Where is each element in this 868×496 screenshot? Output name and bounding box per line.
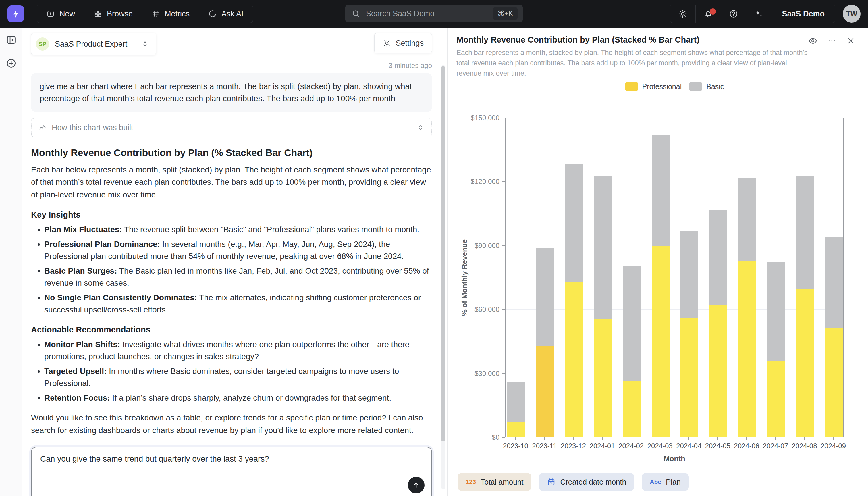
ai-sparkles-button[interactable] [746,5,771,23]
top-navbar: New Browse Metrics Ask AI Search SaaS De… [0,0,868,28]
bullet-item: Basic Plan Surges: The Basic plan led in… [44,265,432,289]
calendar-icon [547,478,556,486]
x-tick [804,437,805,440]
more-options-button[interactable] [827,36,836,46]
y-tick [502,245,505,246]
nav-browse-label: Browse [107,10,133,18]
x-tick [544,437,545,440]
bar-segment-basic-2024-04[interactable] [680,231,698,317]
bar-segment-professional-2024-04[interactable] [680,317,698,437]
settings-nav-button[interactable] [670,5,695,23]
y-tick-label: $90,000 [453,242,499,250]
gridline [506,246,843,246]
nav-browse-button[interactable]: Browse [84,5,142,23]
bar-segment-basic-2024-06[interactable] [738,178,756,261]
y-tick [502,373,505,374]
legend-item-professional[interactable]: Professional [625,82,682,91]
bar-segment-basic-2024-02[interactable] [623,266,641,381]
nav-metrics-label: Metrics [165,10,190,18]
nav-new-button[interactable]: New [37,5,84,23]
bar-segment-basic-2024-08[interactable] [796,176,814,289]
search-placeholder: Search SaaS Demo [366,9,493,18]
chart-panel-subtitle: Each bar represents a month, stacked by … [456,47,808,78]
arrow-up-icon [412,481,420,489]
left-rail [0,28,22,496]
gear-icon [383,39,391,47]
bar-segment-professional-2023-11[interactable] [536,346,554,437]
notifications-button[interactable] [695,5,721,23]
y-tick [502,309,505,310]
help-icon [729,9,738,18]
bar-segment-professional-2024-06[interactable] [738,261,756,437]
app-logo[interactable] [7,5,24,22]
bar-segment-basic-2024-05[interactable] [709,210,727,305]
user-message-bubble: give me a bar chart where Each bar repre… [31,73,432,112]
x-tick-label: 2024-09 [821,442,846,450]
bar-segment-professional-2024-09[interactable] [825,328,843,437]
chat-scrollbar-thumb[interactable] [441,66,445,441]
bar-segment-professional-2024-07[interactable] [767,361,785,437]
chart-panel-actions [808,35,855,46]
message-input[interactable]: Can you give the same trend but quarterl… [31,447,432,496]
x-tick [631,437,631,440]
x-tick [602,437,602,440]
bar-segment-basic-2023-10[interactable] [507,383,525,422]
nav-ask-ai-button[interactable]: Ask AI [199,5,253,23]
y-tick-label: $120,000 [453,177,499,186]
legend-label: Basic [706,82,724,91]
settings-label: Settings [396,39,424,48]
view-chart-button[interactable] [808,36,817,46]
help-button[interactable] [721,5,746,23]
bar-segment-basic-2023-12[interactable] [565,164,583,282]
bar-segment-professional-2024-02[interactable] [623,381,641,437]
agent-settings-button[interactable]: Settings [374,33,432,53]
x-tick [718,437,718,440]
chart-panel: Monthly Revenue Contribution by Plan (St… [448,28,868,496]
bar-segment-professional-2024-05[interactable] [709,305,727,437]
x-tick [573,437,574,440]
field-chip-total-amount[interactable]: 123Total amount [457,473,531,491]
global-search-input[interactable]: Search SaaS Demo ⌘+K [345,4,523,22]
x-tick [775,437,776,440]
user-avatar[interactable]: TW [843,5,861,23]
chat-scrollbar-track[interactable] [441,65,445,489]
nav-ask-ai-label: Ask AI [222,10,244,18]
agent-selector[interactable]: SP SaaS Product Expert [31,33,156,55]
chart-legend: ProfessionalBasic [505,82,843,91]
bar-segment-basic-2024-01[interactable] [594,176,612,319]
new-thread-button[interactable] [6,58,17,69]
x-tick [746,437,747,440]
bar-segment-basic-2024-07[interactable] [767,262,785,361]
bar-segment-professional-2023-10[interactable] [507,422,525,437]
y-tick-label: $60,000 [453,306,499,313]
bar-segment-basic-2023-11[interactable] [536,248,554,346]
agent-avatar: SP [36,37,49,50]
recommendations-heading: Actionable Recommendations [31,325,432,335]
chevron-updown-icon [417,124,424,131]
bullet-item: Monitor Plan Shifts: Investigate what dr… [44,339,432,363]
bar-segment-basic-2024-03[interactable] [652,135,670,246]
bar-segment-professional-2024-03[interactable] [652,246,670,437]
x-tick [833,437,834,440]
legend-item-basic[interactable]: Basic [689,82,724,91]
field-chip-label: Total amount [481,478,524,486]
nav-metrics-button[interactable]: Metrics [142,5,199,23]
field-chip-plan[interactable]: AbcPlan [642,473,689,491]
x-tick-label: 2024-07 [763,442,788,450]
chart-panel-title: Monthly Revenue Contribution by Plan (St… [456,35,808,45]
answer-closing: Would you like to see this breakdown as … [31,412,432,436]
workspace-button[interactable]: SaaS Demo [771,5,835,23]
bar-segment-basic-2024-09[interactable] [825,236,843,328]
field-chip-created-date-month[interactable]: Created date month [539,473,634,491]
send-button[interactable] [408,477,424,493]
bar-segment-professional-2023-12[interactable] [565,282,583,437]
chevron-updown-icon [141,40,149,49]
plus-square-icon [46,10,55,18]
bar-segment-professional-2024-01[interactable] [594,319,612,437]
app-root: New Browse Metrics Ask AI Search SaaS De… [0,0,868,496]
number-field-icon: 123 [466,479,476,485]
close-panel-button[interactable] [846,36,855,46]
how-chart-built-expander[interactable]: How this chart was built [31,118,432,137]
bar-segment-professional-2024-08[interactable] [796,289,814,437]
expand-sidebar-button[interactable] [6,34,17,46]
